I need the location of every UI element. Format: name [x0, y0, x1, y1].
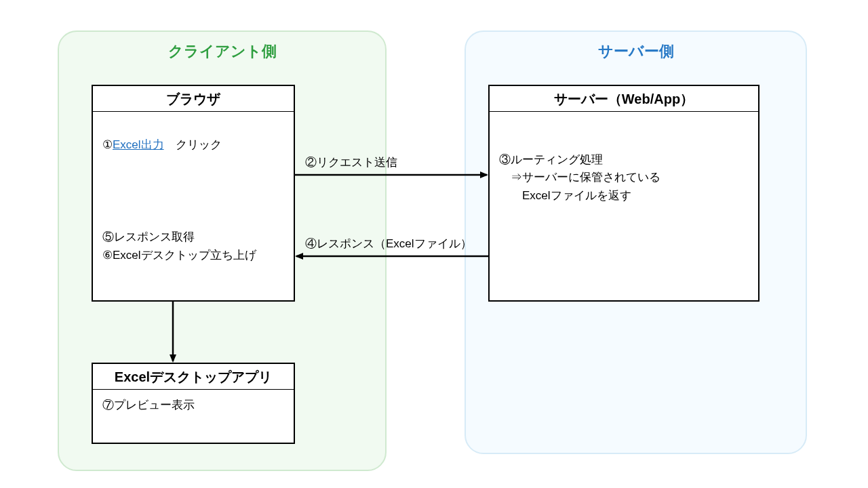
step1-prefix: ①: [102, 138, 113, 151]
excel-app-title: Excelデスクトップアプリ: [93, 364, 294, 390]
step3c-text: Excelファイルを返す: [499, 187, 749, 205]
browser-body: ①Excel出力 クリック ⑤レスポンス取得 ⑥Excelデスクトップ立ち上げ: [93, 112, 294, 271]
server-title: サーバー（Web/App）: [490, 86, 758, 112]
step1-suffix: クリック: [164, 138, 222, 151]
response-label: ④レスポンス（Excelファイル）: [305, 236, 472, 251]
server-zone-label: サーバー側: [466, 41, 806, 62]
step7-text: ⑦プレビュー表示: [102, 396, 284, 414]
excel-app-box: Excelデスクトップアプリ ⑦プレビュー表示: [92, 363, 295, 444]
request-label: ②リクエスト送信: [305, 155, 397, 170]
excel-output-link[interactable]: Excel出力: [113, 138, 164, 151]
excel-app-body: ⑦プレビュー表示: [93, 390, 294, 421]
step6-text: ⑥Excelデスクトップ立ち上げ: [102, 247, 284, 264]
step3a-text: ③ルーティング処理: [499, 151, 749, 169]
client-zone-label: クライアント側: [59, 41, 385, 62]
step5-text: ⑤レスポンス取得: [102, 228, 284, 246]
server-body: ③ルーティング処理 ⇒サーバーに保管されている Excelファイルを返す: [490, 112, 758, 211]
server-box: サーバー（Web/App） ③ルーティング処理 ⇒サーバーに保管されている Ex…: [488, 85, 760, 302]
browser-box: ブラウザ ①Excel出力 クリック ⑤レスポンス取得 ⑥Excelデスクトップ…: [92, 85, 295, 302]
step3b-text: ⇒サーバーに保管されている: [499, 169, 749, 186]
browser-title: ブラウザ: [93, 86, 294, 112]
